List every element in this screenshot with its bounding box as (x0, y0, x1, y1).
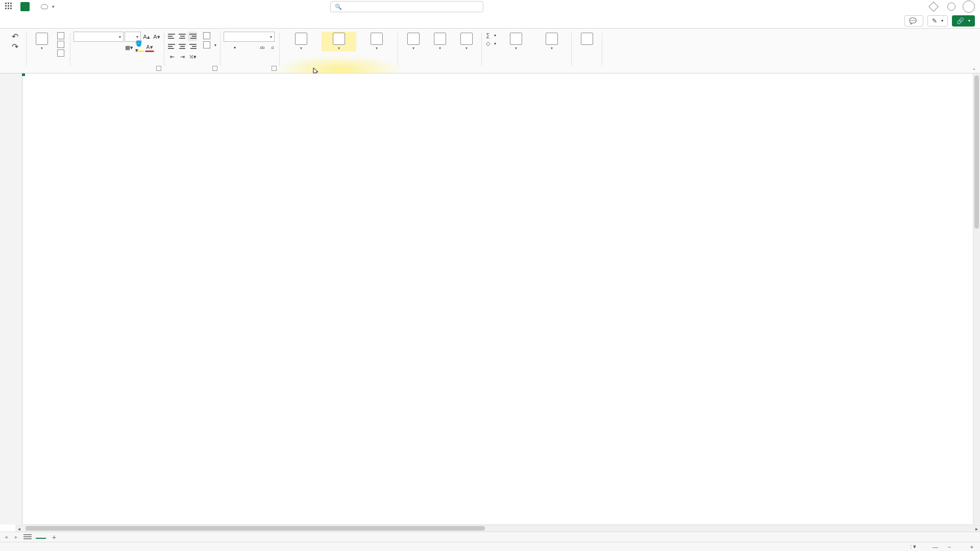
format-icon (460, 33, 473, 45)
find-icon (546, 33, 558, 45)
comma-format-button[interactable] (247, 43, 256, 52)
accounting-format-button[interactable] (224, 43, 233, 52)
align-center-button[interactable] (178, 42, 187, 51)
settings-icon[interactable] (947, 3, 955, 11)
decrease-decimal-button[interactable]: .0 (267, 43, 277, 52)
status-count: : ▾ (910, 543, 916, 550)
sigma-icon: ∑ (486, 32, 490, 38)
font-color-button[interactable]: A▾ (145, 43, 154, 52)
cell-styles-button[interactable]: ▾ (358, 32, 395, 52)
autosum-button[interactable]: ∑▾ (485, 32, 497, 39)
sheet-tab[interactable] (36, 536, 46, 539)
group-label-clipboard (30, 66, 67, 73)
alignment-dialog-launcher[interactable] (212, 66, 217, 71)
sort-filter-button[interactable]: ▾ (499, 32, 533, 52)
sort-icon (510, 33, 522, 45)
help-toggle[interactable]: — (933, 544, 938, 550)
delete-icon (434, 33, 446, 45)
copy-button[interactable] (56, 40, 67, 48)
editing-mode-button[interactable]: ✎▾ (927, 15, 948, 27)
user-avatar[interactable] (963, 1, 975, 13)
group-label-editing (485, 66, 569, 73)
horizontal-scrollbar[interactable]: ◂ ▸ (22, 524, 973, 532)
paste-button[interactable]: ▾ (30, 32, 54, 52)
docname-chevron-icon[interactable]: ▾ (52, 4, 55, 9)
buy-m365-button[interactable] (930, 3, 940, 10)
scroll-right-button[interactable]: ▸ (973, 525, 980, 532)
increase-decimal-button[interactable]: .00 (257, 43, 266, 52)
clipboard-icon (36, 33, 48, 45)
group-label-font (74, 66, 161, 73)
app-launcher-icon[interactable] (5, 3, 13, 11)
bold-button[interactable] (74, 43, 83, 52)
diamond-icon (928, 2, 939, 12)
clear-button[interactable]: ◇▾ (485, 40, 497, 47)
prev-sheet-button[interactable]: ◂ (3, 534, 9, 540)
orientation-button[interactable]: ⤭▾ (188, 52, 197, 61)
insert-cells-button[interactable]: ▾ (401, 32, 426, 52)
increase-indent-button[interactable]: ⇥ (178, 52, 187, 61)
font-dialog-launcher[interactable] (156, 66, 161, 71)
all-sheets-button[interactable] (23, 534, 32, 540)
borders-button[interactable]: ▦▾ (125, 43, 134, 52)
merge-center-button[interactable]: ▾ (202, 41, 217, 49)
redo-button[interactable]: ↷ (10, 42, 19, 51)
merge-icon (203, 41, 210, 48)
group-label-cells (401, 66, 479, 73)
search-icon: 🔍 (335, 4, 342, 10)
format-as-table-button[interactable]: ▾ (322, 32, 356, 52)
align-bottom-button[interactable] (188, 32, 197, 41)
cond-format-icon (295, 33, 307, 45)
group-label-addins (575, 66, 599, 73)
insert-icon (407, 33, 420, 45)
decrease-font-button[interactable]: A▾ (152, 32, 161, 41)
percent-format-button[interactable] (237, 43, 246, 52)
undo-button[interactable]: ↶ (10, 32, 19, 41)
format-cells-button[interactable]: ▾ (454, 32, 479, 52)
paintbrush-icon (57, 49, 64, 57)
vertical-scrollbar[interactable] (973, 73, 980, 524)
wrap-text-button[interactable] (202, 32, 217, 40)
number-dialog-launcher[interactable] (272, 66, 277, 71)
comments-button[interactable]: 💬 (904, 15, 923, 27)
share-button[interactable]: 🔗▾ (952, 15, 975, 27)
selection-range[interactable] (22, 73, 24, 76)
cut-button[interactable] (56, 32, 67, 40)
group-label-styles (283, 66, 395, 73)
find-select-button[interactable]: ▾ (535, 32, 569, 52)
conditional-formatting-button[interactable]: ▾ (283, 32, 320, 52)
copy-icon (57, 41, 64, 48)
decrease-indent-button[interactable]: ⇤ (167, 52, 177, 61)
scroll-left-button[interactable]: ◂ (15, 525, 22, 532)
align-left-button[interactable] (167, 42, 177, 51)
delete-cells-button[interactable]: ▾ (428, 32, 452, 52)
zoom-in-button[interactable]: + (969, 544, 975, 550)
zoom-out-button[interactable]: − (946, 544, 952, 550)
eraser-icon: ◇ (486, 40, 490, 47)
align-middle-button[interactable] (178, 32, 187, 41)
table-icon (333, 33, 345, 45)
group-label-undo (6, 66, 23, 73)
cell-styles-icon (371, 33, 383, 45)
number-format-select[interactable]: ▾ (224, 32, 275, 42)
double-underline-button[interactable] (104, 43, 113, 52)
fill-handle[interactable] (22, 73, 25, 76)
align-right-button[interactable] (188, 42, 197, 51)
format-painter-button[interactable] (56, 49, 67, 57)
next-sheet-button[interactable]: ▸ (13, 534, 19, 540)
group-label-number (224, 66, 277, 73)
font-name-select[interactable]: ▾ (74, 32, 124, 42)
group-label-alignment (167, 66, 217, 73)
underline-button[interactable] (94, 43, 103, 52)
strikethrough-button[interactable] (114, 43, 124, 52)
align-top-button[interactable] (167, 32, 177, 41)
wrap-icon (203, 32, 210, 39)
italic-button[interactable] (84, 43, 93, 52)
excel-icon (20, 2, 30, 11)
fill-color-button[interactable]: 🪣▾ (135, 43, 144, 52)
collapse-ribbon-button[interactable]: ⌄ (972, 65, 976, 71)
addins-button[interactable] (575, 32, 599, 47)
add-sheet-button[interactable]: + (50, 533, 58, 541)
addins-icon (581, 33, 593, 45)
search-input[interactable]: 🔍 (330, 1, 483, 12)
